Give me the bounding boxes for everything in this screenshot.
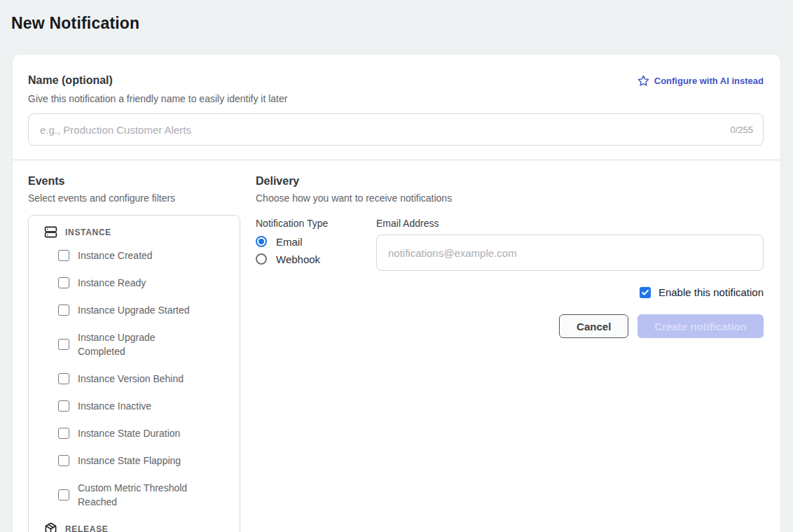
group-header-instance: INSTANCE — [44, 225, 231, 239]
configure-with-ai-link[interactable]: Configure with AI instead — [637, 75, 764, 87]
checkbox[interactable] — [58, 428, 69, 439]
event-label: Instance Inactive — [78, 399, 151, 413]
delivery-title: Delivery — [256, 175, 764, 188]
radio-option-email[interactable]: Email — [256, 234, 376, 248]
radio-option-webhook[interactable]: Webhook — [256, 252, 376, 266]
form-actions: Cancel Create notification — [256, 314, 764, 338]
enable-label: Enable this notification — [658, 286, 764, 298]
server-icon — [44, 225, 57, 239]
notification-type-options: Email Webhook — [256, 234, 376, 266]
events-section: Events Select events and configure filte… — [28, 175, 240, 532]
group-label: INSTANCE — [65, 227, 111, 237]
checkbox[interactable] — [58, 373, 69, 384]
event-label: Instance Upgrade Completed — [78, 330, 204, 358]
event-row-instance-state-flapping[interactable]: Instance State Flapping — [58, 454, 231, 468]
checkbox[interactable] — [58, 250, 69, 261]
event-row-instance-upgrade-completed[interactable]: Instance Upgrade Completed — [58, 330, 231, 358]
delivery-section: Delivery Choose how you want to receive … — [256, 175, 764, 338]
create-notification-button[interactable]: Create notification — [637, 314, 764, 338]
email-address-label: Email Address — [376, 218, 764, 229]
checkbox[interactable] — [58, 304, 69, 316]
checked-checkbox-icon[interactable] — [640, 287, 651, 298]
radio-label: Email — [276, 236, 303, 248]
notification-type-label: Notification Type — [256, 218, 376, 229]
event-label: Instance State Flapping — [78, 454, 181, 468]
delivery-subtitle: Choose how you want to receive notificat… — [256, 192, 764, 204]
event-label: Instance Created — [78, 248, 153, 262]
event-label: Custom Metric Threshold Reached — [78, 481, 204, 509]
group-header-release: RELEASE — [44, 522, 231, 532]
name-input-wrap: 0/255 — [28, 113, 764, 146]
events-subtitle: Select events and configure filters — [28, 192, 240, 204]
ai-link-label: Configure with AI instead — [654, 76, 764, 86]
new-notification-card: Name (optional) Configure with AI instea… — [13, 55, 780, 532]
group-label: RELEASE — [65, 524, 109, 532]
radio-label: Webhook — [276, 253, 320, 265]
event-row-instance-version-behind[interactable]: Instance Version Behind — [58, 372, 231, 386]
package-icon — [44, 522, 57, 532]
char-counter: 0/255 — [730, 125, 753, 135]
event-row-instance-ready[interactable]: Instance Ready — [58, 276, 231, 290]
event-row-instance-inactive[interactable]: Instance Inactive — [58, 399, 231, 413]
radio-selected-icon[interactable] — [256, 236, 267, 247]
name-label: Name (optional) — [28, 74, 113, 87]
event-row-instance-created[interactable]: Instance Created — [58, 248, 231, 262]
checkbox[interactable] — [58, 339, 69, 350]
event-label: Instance State Duration — [78, 426, 180, 440]
name-description: Give this notification a friendly name t… — [28, 93, 764, 104]
page-title: New Notification — [11, 14, 139, 33]
name-input[interactable] — [32, 114, 730, 145]
checkbox[interactable] — [58, 455, 69, 466]
event-row-custom-metric-threshold[interactable]: Custom Metric Threshold Reached — [58, 481, 231, 509]
enable-notification-toggle[interactable]: Enable this notification — [256, 286, 764, 298]
event-row-instance-upgrade-started[interactable]: Instance Upgrade Started — [58, 303, 231, 317]
event-label: Instance Ready — [78, 276, 146, 290]
cancel-button[interactable]: Cancel — [559, 314, 628, 338]
events-list[interactable]: INSTANCE Instance Created Instance Ready… — [28, 215, 240, 532]
radio-unselected-icon[interactable] — [256, 253, 267, 265]
checkbox[interactable] — [58, 277, 69, 288]
name-section: Name (optional) Configure with AI instea… — [13, 55, 780, 146]
event-label: Instance Upgrade Started — [78, 303, 190, 317]
star-icon — [637, 75, 649, 87]
email-input[interactable] — [376, 234, 764, 271]
event-row-instance-state-duration[interactable]: Instance State Duration — [58, 426, 231, 440]
checkbox[interactable] — [58, 489, 69, 500]
events-title: Events — [28, 175, 240, 188]
event-label: Instance Version Behind — [78, 372, 184, 386]
checkmark-icon — [641, 288, 649, 297]
checkbox[interactable] — [58, 400, 69, 412]
